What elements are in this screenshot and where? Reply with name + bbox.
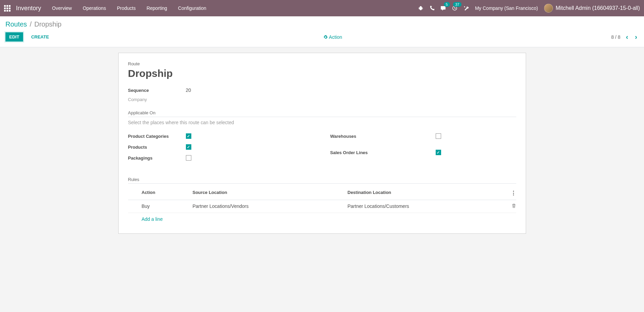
- nav-overview[interactable]: Overview: [52, 5, 72, 11]
- products-label: Products: [128, 145, 186, 150]
- sequence-value: 20: [186, 87, 191, 93]
- kebab-icon[interactable]: ⋮: [511, 190, 516, 196]
- user-menu[interactable]: Mitchell Admin (16604937-15-0-all): [544, 4, 640, 13]
- activity-icon[interactable]: 37: [452, 5, 457, 11]
- app-title[interactable]: Inventory: [16, 5, 41, 12]
- breadcrumb-parent[interactable]: Routes: [5, 20, 27, 28]
- pager-count[interactable]: 8 / 8: [611, 34, 620, 40]
- top-navbar: Inventory Overview Operations Products R…: [0, 0, 644, 16]
- pager-prev-icon[interactable]: ‹: [625, 33, 630, 41]
- applicable-on-title: Applicable On: [128, 110, 516, 115]
- route-label: Route: [128, 61, 516, 66]
- form-sheet: Route Dropship Sequence 20 Company Appli…: [118, 53, 526, 234]
- nav-reporting[interactable]: Reporting: [146, 5, 167, 11]
- user-name: Mitchell Admin (16604937-15-0-all): [556, 5, 640, 11]
- product-categories-checkbox[interactable]: [186, 133, 191, 139]
- messaging-icon[interactable]: 5: [440, 5, 446, 11]
- avatar: [544, 4, 553, 13]
- pager-next-icon[interactable]: ›: [633, 33, 639, 41]
- rules-col-source[interactable]: Source Location: [193, 190, 348, 196]
- nav-menu: Overview Operations Products Reporting C…: [52, 5, 206, 11]
- rules-table: Action Source Location Destination Locat…: [128, 186, 516, 225]
- trash-icon[interactable]: [511, 204, 516, 209]
- products-checkbox[interactable]: [186, 144, 191, 150]
- rule-destination: Partner Locations/Customers: [348, 203, 503, 209]
- page-title: Dropship: [128, 68, 516, 79]
- gear-icon: [324, 35, 328, 39]
- bug-icon[interactable]: [418, 5, 423, 11]
- rules-col-action[interactable]: Action: [142, 190, 193, 196]
- sequence-label: Sequence: [128, 88, 186, 93]
- action-dropdown[interactable]: Action: [324, 34, 342, 40]
- action-label: Action: [329, 34, 342, 40]
- packagings-label: Packagings: [128, 155, 186, 161]
- breadcrumb-separator: /: [30, 20, 32, 28]
- breadcrumb-current: Dropship: [34, 20, 62, 28]
- company-label: Company: [128, 97, 186, 102]
- sales-order-lines-checkbox[interactable]: [436, 150, 441, 155]
- rule-action: Buy: [142, 203, 193, 209]
- warehouses-checkbox[interactable]: [436, 133, 441, 139]
- rule-source: Partner Locations/Vendors: [193, 203, 348, 209]
- edit-button[interactable]: EDIT: [5, 32, 23, 42]
- rules-col-destination[interactable]: Destination Location: [348, 190, 503, 196]
- activity-badge: 37: [453, 2, 461, 7]
- sales-order-lines-label: Sales Order Lines: [330, 150, 436, 155]
- nav-operations[interactable]: Operations: [83, 5, 106, 11]
- add-line-button[interactable]: Add a line: [128, 213, 516, 225]
- packagings-checkbox[interactable]: [186, 155, 191, 161]
- tools-icon[interactable]: [464, 5, 469, 11]
- breadcrumb: Routes / Dropship: [0, 16, 644, 32]
- warehouses-label: Warehouses: [330, 134, 436, 139]
- nav-products[interactable]: Products: [117, 5, 136, 11]
- table-row[interactable]: Buy Partner Locations/Vendors Partner Lo…: [128, 200, 516, 213]
- control-bar: EDIT CREATE Action 8 / 8 ‹ ›: [0, 32, 644, 47]
- company-switcher[interactable]: My Company (San Francisco): [475, 5, 538, 11]
- nav-configuration[interactable]: Configuration: [178, 5, 206, 11]
- rules-title: Rules: [128, 177, 516, 182]
- nav-right: 5 37 My Company (San Francisco) Mitchell…: [418, 4, 640, 13]
- messaging-badge: 5: [444, 2, 450, 7]
- product-categories-label: Product Categories: [128, 134, 186, 139]
- applicable-on-hint: Select the places where this route can b…: [128, 120, 516, 125]
- phone-icon[interactable]: [430, 6, 434, 11]
- create-button[interactable]: CREATE: [26, 32, 54, 42]
- apps-icon[interactable]: [4, 5, 11, 12]
